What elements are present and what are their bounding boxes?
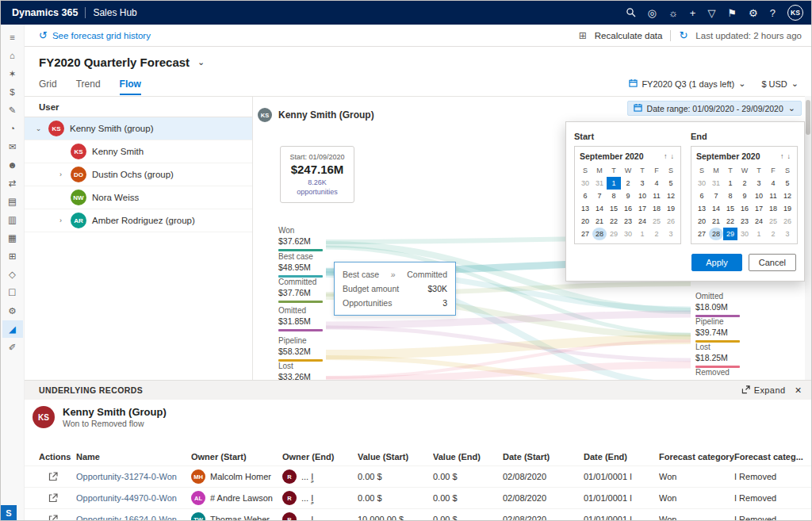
day-cell[interactable]: 21 bbox=[592, 215, 607, 228]
tree-item[interactable]: ⌄KSKenny Smith (group) bbox=[25, 117, 252, 140]
day-cell[interactable]: 26 bbox=[664, 215, 678, 228]
recent-icon[interactable]: ◔ bbox=[2, 120, 23, 137]
documents-icon[interactable]: ▥ bbox=[2, 211, 23, 228]
day-cell[interactable]: 15 bbox=[723, 202, 737, 215]
search-icon[interactable] bbox=[626, 7, 636, 19]
tree-item[interactable]: NWNora Weiss bbox=[25, 186, 252, 209]
day-cell[interactable]: 16 bbox=[621, 202, 635, 215]
day-cell[interactable]: 17 bbox=[635, 202, 649, 215]
period-selector[interactable]: FY2020 Q3 (1 days left) ⌄ bbox=[629, 79, 745, 89]
add-icon[interactable]: + bbox=[690, 8, 696, 18]
day-cell[interactable]: 21 bbox=[709, 215, 723, 228]
products-icon[interactable]: ◇ bbox=[2, 266, 23, 283]
column-header[interactable]: Forecast category... bbox=[659, 452, 734, 462]
day-cell[interactable]: 3 bbox=[635, 177, 649, 190]
day-cell[interactable]: 17 bbox=[752, 202, 766, 215]
day-cell[interactable]: 6 bbox=[578, 190, 592, 202]
menu-icon[interactable]: ≡ bbox=[2, 29, 23, 46]
open-record-icon[interactable] bbox=[39, 515, 76, 520]
apply-button[interactable]: Apply bbox=[691, 254, 742, 271]
day-cell[interactable]: 23 bbox=[621, 215, 635, 228]
target-icon[interactable]: ◎ bbox=[648, 8, 657, 18]
orders-icon[interactable]: ☐ bbox=[2, 284, 23, 301]
insights-icon[interactable]: ✶ bbox=[2, 65, 23, 82]
forecast-history-link[interactable]: ↺ See forecast grid history bbox=[39, 29, 151, 41]
day-cell[interactable]: 22 bbox=[723, 215, 737, 228]
column-header[interactable]: Owner (End) bbox=[282, 452, 358, 462]
day-cell[interactable]: 13 bbox=[578, 202, 592, 215]
lightbulb-icon[interactable]: ☼ bbox=[668, 8, 678, 18]
day-cell[interactable]: 23 bbox=[737, 215, 752, 228]
tab-trend[interactable]: Trend bbox=[76, 79, 101, 95]
month-label[interactable]: September 2020 bbox=[580, 151, 662, 161]
contacts-icon[interactable]: ☻ bbox=[2, 156, 23, 174]
day-cell[interactable]: 2 bbox=[737, 177, 752, 190]
day-cell[interactable]: 15 bbox=[607, 202, 621, 215]
day-cell[interactable]: 5 bbox=[780, 177, 795, 190]
apps-icon[interactable]: ⊞ bbox=[2, 247, 23, 265]
day-cell[interactable]: 4 bbox=[766, 177, 780, 190]
flow-node-left[interactable]: Won$37.62M bbox=[278, 226, 323, 251]
day-cell[interactable]: 7 bbox=[709, 190, 723, 202]
day-cell[interactable]: 31 bbox=[592, 177, 607, 190]
home-icon[interactable]: ⌂ bbox=[2, 47, 23, 64]
tree-column-header[interactable]: User bbox=[25, 97, 252, 117]
forecasts-chart-icon[interactable]: ◢ bbox=[2, 320, 23, 338]
day-cell[interactable]: 22 bbox=[607, 215, 621, 228]
prev-month-icon[interactable]: ↑ bbox=[662, 152, 669, 160]
selected-day[interactable]: 29 bbox=[723, 228, 737, 240]
day-cell[interactable]: 1 bbox=[752, 228, 766, 240]
scrollbar-thumb[interactable] bbox=[806, 100, 810, 135]
prev-month-icon[interactable]: ↑ bbox=[779, 152, 786, 160]
notes-icon[interactable]: ▤ bbox=[2, 193, 23, 210]
next-month-icon[interactable]: ↓ bbox=[786, 152, 793, 160]
sales-icon[interactable]: $ bbox=[2, 83, 23, 101]
tab-grid[interactable]: Grid bbox=[39, 79, 57, 95]
app-name[interactable]: Sales Hub bbox=[93, 7, 136, 18]
day-cell[interactable]: 24 bbox=[752, 215, 766, 228]
opportunity-link[interactable]: Opportunity-31274-0-Won bbox=[76, 472, 191, 481]
opportunity-link[interactable]: Opportunity-44970-0-Won bbox=[76, 493, 191, 503]
day-cell[interactable]: 12 bbox=[780, 190, 795, 202]
tab-flow[interactable]: Flow bbox=[120, 79, 141, 95]
day-cell[interactable]: 30 bbox=[737, 228, 752, 240]
tools-icon[interactable]: ✐ bbox=[2, 339, 23, 356]
day-cell[interactable]: 7 bbox=[592, 190, 607, 202]
day-cell[interactable]: 13 bbox=[695, 202, 709, 215]
day-cell[interactable]: 25 bbox=[766, 215, 780, 228]
column-header[interactable]: Actions bbox=[39, 452, 76, 462]
flow-node-left[interactable]: Lost$33.26M bbox=[278, 362, 323, 380]
day-cell[interactable]: 14 bbox=[709, 202, 723, 215]
month-label[interactable]: September 2020 bbox=[696, 151, 779, 161]
close-icon[interactable]: × bbox=[795, 384, 802, 396]
flow-node-left[interactable]: Committed$37.76M bbox=[278, 278, 323, 303]
day-cell[interactable]: 1 bbox=[635, 228, 649, 240]
opportunity-link[interactable]: Opportunity-16624-0-Won bbox=[76, 515, 191, 520]
column-header[interactable]: Owner (Start) bbox=[191, 452, 282, 462]
day-cell[interactable]: 25 bbox=[649, 215, 664, 228]
day-cell[interactable]: 16 bbox=[737, 202, 752, 215]
day-cell[interactable]: 8 bbox=[607, 190, 621, 202]
expand-button[interactable]: Expand bbox=[741, 385, 786, 396]
column-header[interactable]: Date (Start) bbox=[503, 452, 584, 462]
tree-item[interactable]: ›DODustin Ochs (group) bbox=[25, 163, 252, 186]
flow-node-left[interactable]: Omitted$31.85M bbox=[278, 306, 323, 331]
flow-node-right[interactable]: Lost$18.25M bbox=[695, 343, 740, 368]
column-header[interactable]: Date (End) bbox=[584, 452, 659, 462]
day-cell[interactable]: 30 bbox=[578, 177, 592, 190]
refresh-icon[interactable]: ↻ bbox=[679, 29, 688, 41]
day-cell[interactable]: 14 bbox=[592, 202, 607, 215]
day-cell[interactable]: 5 bbox=[664, 177, 678, 190]
column-header[interactable]: Value (Start) bbox=[358, 452, 433, 462]
day-cell[interactable]: 19 bbox=[664, 202, 678, 215]
day-cell[interactable]: 26 bbox=[780, 215, 795, 228]
filter-icon[interactable]: ▽ bbox=[707, 8, 715, 18]
grid-icon[interactable]: ▦ bbox=[2, 229, 23, 247]
day-cell[interactable]: 9 bbox=[621, 190, 635, 202]
email-icon[interactable]: ✉ bbox=[2, 138, 23, 155]
column-header[interactable]: Name bbox=[76, 452, 191, 462]
cancel-button[interactable]: Cancel bbox=[749, 254, 796, 271]
open-record-icon[interactable] bbox=[39, 472, 76, 481]
user-avatar[interactable]: KS bbox=[787, 5, 803, 21]
day-cell[interactable]: 8 bbox=[723, 190, 737, 202]
